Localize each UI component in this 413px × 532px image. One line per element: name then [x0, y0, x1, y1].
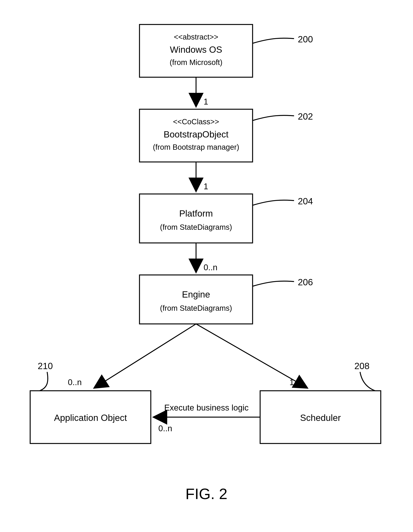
edge-label-execute: Execute business logic [164, 403, 249, 412]
name-label: Platform [179, 209, 213, 218]
name-label: Application Object [54, 413, 127, 423]
leader-210 [39, 372, 48, 391]
box-bootstrap-object: <<CoClass>> BootstrapObject (from Bootst… [139, 109, 253, 162]
sub-label: (from StateDiagrams) [160, 223, 232, 231]
diagram-canvas: <<abstract>> Windows OS (from Microsoft)… [0, 0, 413, 532]
num-202: 202 [298, 112, 313, 122]
mult-0n-a: 0..n [204, 263, 217, 272]
sub-label: (from Microsoft) [170, 58, 222, 66]
box-platform: Platform (from StateDiagrams) [139, 194, 253, 243]
box-engine: Engine (from StateDiagrams) [139, 275, 253, 324]
mult-1-b: 1 [204, 182, 208, 191]
sub-label: (from StateDiagrams) [160, 304, 232, 312]
leader-204 [253, 200, 294, 205]
figure-title: FIG. 2 [186, 485, 227, 502]
leader-208 [360, 372, 375, 391]
mult-1-a: 1 [204, 97, 208, 106]
arrow-engine-to-appobj [94, 324, 196, 388]
box-scheduler: Scheduler [260, 391, 381, 444]
num-200: 200 [298, 34, 313, 44]
leader-206 [253, 281, 294, 286]
stereo-label: <<CoClass>> [173, 117, 219, 126]
stereo-label: <<abstract>> [174, 33, 218, 41]
box-windows-os: <<abstract>> Windows OS (from Microsoft) [139, 25, 253, 77]
svg-rect-3 [139, 275, 253, 324]
name-label: Windows OS [170, 45, 222, 55]
num-208: 208 [354, 361, 369, 371]
num-204: 204 [298, 196, 313, 206]
num-210: 210 [38, 361, 53, 371]
sub-label: (from Bootstrap manager) [153, 143, 239, 151]
mult-0n-c: 0..n [158, 424, 172, 433]
name-label: Engine [182, 289, 210, 299]
leader-200 [253, 38, 294, 43]
box-application-object: Application Object [30, 391, 151, 444]
name-label: BootstrapObject [164, 129, 228, 139]
leader-202 [253, 115, 294, 121]
mult-1-c: 1 [290, 378, 294, 387]
name-label: Scheduler [300, 413, 341, 423]
num-206: 206 [298, 277, 313, 287]
mult-0n-b: 0..n [68, 378, 82, 387]
svg-rect-2 [139, 194, 253, 243]
